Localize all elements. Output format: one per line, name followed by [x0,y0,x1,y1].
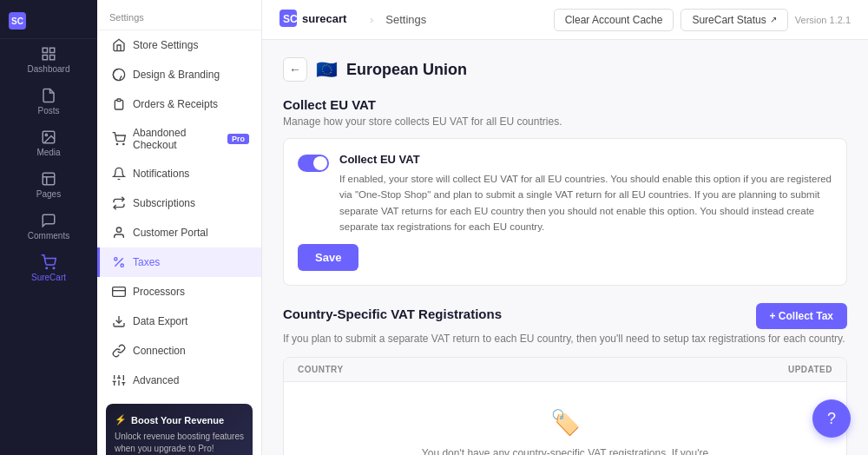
repeat-icon [112,196,126,210]
empty-state-icon: 🏷️ [301,408,829,437]
back-button[interactable]: ← [283,57,307,82]
sidebar-item-posts[interactable]: Posts [0,81,97,122]
sidebar-item-dashboard[interactable]: Dashboard [0,39,97,81]
nav-item-customer-portal[interactable]: Customer Portal [97,218,261,247]
svg-point-14 [123,143,124,144]
download-icon [112,314,126,328]
svg-rect-12 [117,99,121,102]
nav-item-advanced[interactable]: Advanced [97,366,261,395]
middle-panel-header: Settings [97,0,261,30]
nav-item-connection[interactable]: Connection [97,336,261,366]
collect-vat-heading: Collect EU VAT [283,97,847,112]
empty-state: 🏷️ You don't have any country-specific V… [284,382,846,455]
collect-vat-card: Collect EU VAT If enabled, your store wi… [283,138,847,286]
collect-vat-toggle[interactable] [298,155,329,172]
sidebar-item-label: Dashboard [28,64,70,74]
collect-card-text: If enabled, your store will collect EU V… [339,171,832,235]
col-country-label: Country [298,365,344,374]
country-table-header: Country Updated [284,358,846,382]
registrations-section: Country-Specific VAT Registrations + Col… [283,303,847,455]
topbar-settings-label: Settings [385,13,426,26]
topbar-brand: SC surecart › Settings [279,10,426,30]
collect-tax-button[interactable]: + Collect Tax [756,303,847,329]
media-icon [41,129,56,145]
svg-point-17 [115,258,117,260]
empty-state-text: You don't have any country-specific VAT … [409,445,721,455]
nav-item-subscriptions[interactable]: Subscriptions [97,188,261,218]
toggle-wrap[interactable] [298,155,329,172]
palette-icon [112,68,126,82]
collect-vat-section: Collect EU VAT Manage how your store col… [283,97,847,286]
nav-item-taxes[interactable]: Taxes [97,247,261,277]
nav-item-store-settings[interactable]: Store Settings [97,30,261,60]
collect-card-row: Collect EU VAT If enabled, your store wi… [298,153,832,235]
grid-icon [41,46,56,62]
nav-item-label: Connection [133,345,186,357]
topbar-separator: › [370,13,373,26]
sidebar: SC Dashboard Posts Media Pages Comments … [0,0,97,455]
nav-item-label: Notifications [133,168,189,180]
boost-box-description: Unlock revenue boosting features when yo… [115,431,244,455]
registrations-heading: Country-Specific VAT Registrations [283,307,502,321]
svg-rect-19 [113,287,126,297]
comments-icon [41,213,56,228]
sidebar-item-label: Media [36,148,60,157]
collect-card-info: Collect EU VAT If enabled, your store wi… [339,153,832,235]
sidebar-item-comments[interactable]: Comments [0,206,97,247]
svg-line-16 [115,258,122,266]
middle-panel-title: Settings [109,12,144,23]
page-header: ← 🇪🇺 European Union [283,57,847,82]
surecart-icon [41,254,56,270]
save-button[interactable]: Save [298,244,358,271]
sidebar-item-label: Posts [37,106,59,115]
nav-item-data-export[interactable]: Data Export [97,307,261,336]
svg-point-13 [116,143,117,144]
nav-item-design-branding[interactable]: Design & Branding [97,60,261,89]
nav-item-abandoned-checkout[interactable]: Abandoned Checkout Pro [97,119,261,159]
svg-rect-3 [50,56,55,60]
boost-box-title: ⚡ Boost Your Revenue [115,414,244,425]
registrations-description: If you plan to submit a separate VAT ret… [283,333,847,345]
svg-text:surecart: surecart [302,12,347,25]
posts-icon [41,88,56,103]
topbar-right: Clear Account Cache SureCart Status Vers… [554,9,851,31]
svg-rect-2 [43,56,47,60]
sliders-icon [112,373,126,387]
nav-item-label: Abandoned Checkout [133,127,220,151]
credit-card-icon [112,285,126,299]
nav-item-notifications[interactable]: Notifications [97,159,261,188]
sidebar-item-label: Pages [36,189,61,199]
nav-item-label: Advanced [133,374,179,386]
sidebar-item-label: SureCart [31,273,66,282]
col-updated-label: Updated [788,365,832,374]
main-content: SC surecart › Settings Clear Account Cac… [262,0,868,455]
sidebar-item-surecart[interactable]: SureCart [0,247,97,289]
nav-item-processors[interactable]: Processors [97,277,261,307]
svg-point-18 [121,264,123,267]
nav-item-label: Processors [133,286,185,298]
boost-box: ⚡ Boost Your Revenue Unlock revenue boos… [106,404,253,455]
page-title: European Union [346,61,467,79]
surecart-status-button[interactable]: SureCart Status [681,9,787,31]
svg-text:SC: SC [283,13,298,25]
receipt-icon [112,97,126,111]
user-circle-icon [112,226,126,240]
nav-item-label: Orders & Receipts [133,98,218,110]
eu-flag: 🇪🇺 [316,59,338,80]
sidebar-item-media[interactable]: Media [0,122,97,164]
nav-item-orders-receipts[interactable]: Orders & Receipts [97,89,261,119]
nav-item-label: Data Export [133,315,187,327]
registrations-header: Country-Specific VAT Registrations + Col… [283,303,847,329]
help-fab[interactable]: ? [812,399,851,438]
sidebar-logo: SC [0,0,97,39]
surecart-logo-svg: SC surecart [279,10,358,27]
clear-cache-button[interactable]: Clear Account Cache [554,9,674,31]
pro-badge: Pro [227,134,249,144]
svg-point-5 [45,134,47,135]
sidebar-item-pages[interactable]: Pages [0,164,97,206]
surecart-logo-icon: SC [9,12,26,30]
svg-point-9 [46,267,48,269]
content-area: ← 🇪🇺 European Union Collect EU VAT Manag… [262,40,868,455]
nav-item-label: Customer Portal [133,227,208,239]
topbar-logo: SC surecart [279,10,358,30]
